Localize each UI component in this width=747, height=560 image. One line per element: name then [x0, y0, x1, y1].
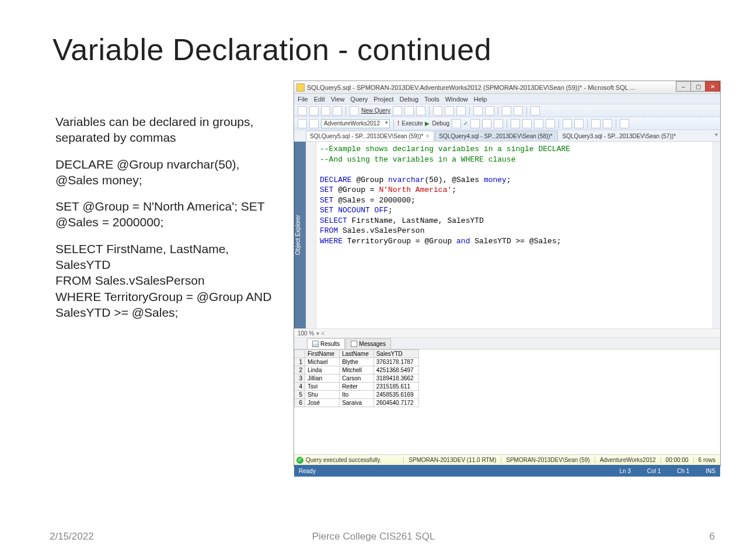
menu-help[interactable]: Help	[474, 96, 487, 103]
ide-status-bar: Ready Ln 3 Col 1 Ch 1 INS	[294, 465, 720, 477]
table-row[interactable]: 5ShuIto2458535.6169	[295, 391, 419, 399]
footer-course: Pierce College CIS261 SQL	[312, 531, 435, 542]
minimize-button[interactable]: –	[676, 81, 691, 92]
col-firstname[interactable]: FirstName	[305, 350, 340, 358]
results-tabstrip: Results Messages	[294, 338, 720, 349]
col-salesytd[interactable]: SalesYTD	[374, 350, 418, 358]
bullet-3: SET @Group = N'North America'; SET @Sale…	[55, 198, 283, 230]
status-ready: Ready	[299, 468, 316, 474]
new-query-icon[interactable]	[350, 106, 359, 116]
table-row[interactable]: 1MichaelBlythe3763178.1787	[295, 358, 419, 366]
undo-icon[interactable]	[473, 106, 483, 116]
save-icon[interactable]	[321, 106, 330, 116]
menu-project[interactable]: Project	[374, 96, 393, 103]
bullet-2: DECLARE @Group nvarchar(50), @Sales mone…	[55, 156, 283, 188]
open-icon[interactable]	[309, 106, 319, 116]
menu-debug[interactable]: Debug	[400, 96, 418, 103]
results-table: FirstName LastName SalesYTD 1MichaelBlyt…	[294, 349, 419, 407]
sql-editor[interactable]: ≡--Example shows declaring variables in …	[316, 142, 720, 328]
stop-icon[interactable]	[452, 119, 461, 128]
menu-bar: File Edit View Query Project Debug Tools…	[294, 94, 720, 104]
tb-icon-e[interactable]	[514, 106, 523, 116]
document-tabs: SQLQuery5.sql - SP...2013DEV\Sean (59))*…	[294, 130, 720, 142]
status-ins: INS	[706, 468, 715, 474]
split-handle-icon[interactable]: ≡	[712, 142, 720, 150]
save-all-icon[interactable]	[333, 106, 342, 116]
status-time: 00:00:00	[661, 457, 693, 463]
grid-icon	[312, 341, 319, 347]
zoom-bar: 100 % ▾ <	[294, 328, 720, 338]
object-explorer-tab[interactable]: Object Explorer	[294, 142, 306, 328]
menu-edit[interactable]: Edit	[314, 96, 325, 103]
tb2-d[interactable]	[511, 119, 520, 128]
toolbar-2: AdventureWorks2012 ! Execute ▶ Debug ✓	[294, 117, 720, 130]
success-icon	[296, 457, 303, 464]
window-title-text: SQLQuery5.sql - SPMORAN-2013DEV.Adventur…	[307, 84, 636, 91]
tb-icon-d[interactable]	[502, 106, 511, 116]
menu-file[interactable]: File	[298, 96, 308, 103]
table-row[interactable]: 6JoséSaraiva2604540.7172	[295, 399, 419, 407]
tab-overflow-icon[interactable]: ▾	[715, 131, 718, 138]
table-row[interactable]: 3JillianCarson3189418.3662	[295, 374, 419, 383]
copy-icon[interactable]	[445, 106, 454, 116]
results-tab[interactable]: Results	[307, 338, 345, 349]
status-line: Ln 3	[619, 468, 630, 474]
tb-icon-a[interactable]	[393, 106, 402, 116]
slide-body: Variables can be declared in groups, sep…	[55, 114, 283, 331]
menu-window[interactable]: Window	[445, 96, 468, 103]
disconnect-icon[interactable]	[309, 119, 319, 128]
status-server: SPMORAN-2013DEV (11.0 RTM)	[403, 457, 501, 463]
menu-tools[interactable]: Tools	[424, 96, 439, 103]
tb2-a[interactable]	[470, 119, 480, 128]
tb2-g[interactable]	[546, 119, 555, 128]
new-query-label[interactable]: New Query	[361, 107, 390, 114]
rownum-header	[295, 350, 305, 358]
status-user: SPMORAN-2013DEV\Sean (59)	[501, 457, 594, 463]
table-row[interactable]: 4TsviReiter2315185.611	[295, 383, 419, 391]
tab-sqlquery4[interactable]: SQLQuery4.sql - SP...2013DEV\Sean (58))*	[435, 131, 557, 141]
slide-title: Variable Declaration - continued	[53, 32, 491, 67]
code-folding-gutter	[306, 142, 316, 328]
code-comment: --Example shows declaring variables in a…	[320, 145, 570, 153]
menu-view[interactable]: View	[331, 96, 345, 103]
tab-sqlquery3[interactable]: SQLQuery3.sql - SP...2013DEV\Sean (57))*	[558, 131, 681, 141]
tb2-j[interactable]	[620, 119, 629, 128]
messages-icon	[351, 341, 357, 347]
query-status-strip: Query executed successfully. SPMORAN-201…	[294, 454, 720, 465]
redo-icon[interactable]	[485, 106, 494, 116]
execute-bang-icon: !	[397, 120, 399, 127]
table-row[interactable]: 2LindaMitchell4251368.5497	[295, 366, 419, 374]
tb2-e[interactable]	[522, 119, 532, 128]
outdent-icon[interactable]	[603, 119, 612, 128]
tb2-b[interactable]	[482, 119, 491, 128]
close-tab-icon[interactable]: ×	[425, 133, 429, 139]
status-message: Query executed successfully.	[306, 457, 403, 463]
tb2-i[interactable]	[574, 119, 584, 128]
close-button[interactable]: ✕	[705, 81, 720, 92]
ssms-screenshot: SQLQuery5.sql - SPMORAN-2013DEV.Adventur…	[294, 80, 721, 467]
tb2-f[interactable]	[534, 119, 543, 128]
results-grid[interactable]: FirstName LastName SalesYTD 1MichaelBlyt…	[294, 349, 720, 454]
status-db: AdventureWorks2012	[595, 457, 661, 463]
tb-icon-c[interactable]	[416, 106, 425, 116]
messages-tab[interactable]: Messages	[345, 338, 391, 349]
tb2-c[interactable]	[494, 119, 503, 128]
bullet-4: SELECT FirstName, LastName, SalesYTD FRO…	[55, 241, 283, 320]
ssms-app-icon	[296, 83, 305, 92]
change-connection-icon[interactable]	[298, 119, 307, 128]
indent-icon[interactable]	[591, 119, 601, 128]
zoom-value[interactable]: 100 %	[298, 330, 314, 337]
tab-sqlquery5[interactable]: SQLQuery5.sql - SP...2013DEV\Sean (59))*…	[306, 131, 434, 141]
tb-icon-b[interactable]	[404, 106, 414, 116]
paste-icon[interactable]	[456, 106, 466, 116]
cut-icon[interactable]	[433, 106, 442, 116]
tb2-h[interactable]	[563, 119, 572, 128]
run-icon[interactable]	[530, 106, 540, 116]
new-project-icon[interactable]	[298, 106, 307, 116]
menu-query[interactable]: Query	[350, 96, 368, 103]
maximize-button[interactable]: ▢	[690, 81, 706, 92]
debug-button[interactable]: Debug	[432, 120, 449, 127]
col-lastname[interactable]: LastName	[340, 350, 374, 358]
execute-button[interactable]: Execute	[402, 120, 423, 127]
database-selector[interactable]: AdventureWorks2012	[321, 119, 390, 128]
